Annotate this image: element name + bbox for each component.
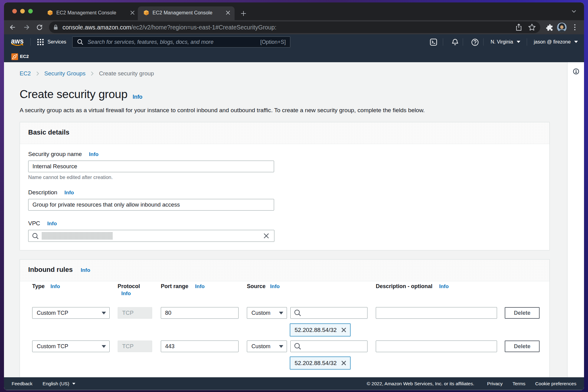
svg-text:aws: aws	[11, 37, 24, 45]
